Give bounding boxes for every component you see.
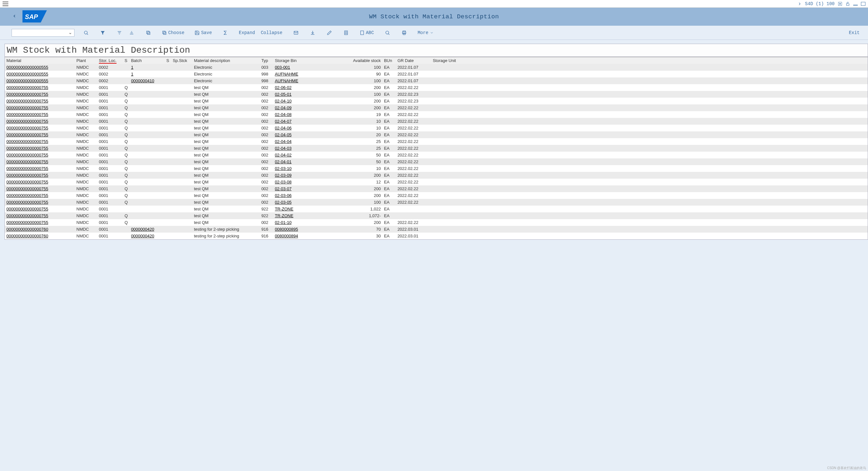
- table-row[interactable]: 000000000000000755NMDC0001Qtest QM00202-…: [5, 131, 868, 138]
- table-header-row[interactable]: Material Plant Stor. Loc. S Batch S Sp.S…: [5, 57, 868, 64]
- col-typ[interactable]: Typ: [260, 57, 273, 64]
- table-row[interactable]: 000000000000000755NMDC0001Qtest QM00202-…: [5, 98, 868, 105]
- material-link[interactable]: 000000000000000755: [6, 159, 48, 164]
- storage-bin-link[interactable]: 02-04-03: [275, 146, 291, 151]
- material-link[interactable]: 000000000000000755: [6, 126, 48, 130]
- table-row[interactable]: 000000000000000755NMDC0001Qtest QM00202-…: [5, 125, 868, 131]
- col-stor-loc[interactable]: Stor. Loc.: [97, 57, 123, 64]
- col-plant[interactable]: Plant: [75, 57, 97, 64]
- col-storage-unit[interactable]: Storage Unit: [431, 57, 868, 64]
- storage-bin-link[interactable]: 02-03-07: [275, 186, 291, 191]
- table-row[interactable]: 000000000000000755NMDC0001Qtest QM00202-…: [5, 185, 868, 192]
- download-button[interactable]: [308, 28, 318, 38]
- maximize-icon[interactable]: [861, 2, 865, 6]
- table-row[interactable]: 000000000000000755NMDC0001Qtest QM00202-…: [5, 111, 868, 118]
- storage-bin-link[interactable]: 0080000895: [275, 227, 298, 232]
- collapse-button[interactable]: Collapse: [259, 28, 284, 38]
- storage-bin-link[interactable]: 02-04-01: [275, 159, 291, 164]
- table-row[interactable]: 000000000000000760NMDC00010000000420test…: [5, 226, 868, 233]
- storage-bin-link[interactable]: TR-ZONE: [275, 213, 293, 218]
- col-sp-stck[interactable]: Sp.Stck: [171, 57, 192, 64]
- expand-button[interactable]: Expand: [237, 28, 257, 38]
- col-mat-desc[interactable]: Material description: [192, 57, 260, 64]
- col-avail[interactable]: Available stock: [334, 57, 382, 64]
- storage-bin-link[interactable]: 02-04-04: [275, 139, 291, 144]
- lock-open-icon[interactable]: [845, 2, 850, 6]
- col-batch[interactable]: Batch: [129, 57, 165, 64]
- storage-bin-link[interactable]: TR-ZONE: [275, 207, 293, 211]
- table-row[interactable]: 000000000000000755NMDC0001Qtest QM00202-…: [5, 172, 868, 179]
- col-bun[interactable]: BUn: [382, 57, 396, 64]
- mail-button[interactable]: [291, 28, 301, 38]
- table-row[interactable]: 000000000000000755NMDC0001Qtest QM922TR-…: [5, 212, 868, 219]
- sort-desc-button[interactable]: [126, 28, 137, 38]
- batch-link[interactable]: 0000000420: [131, 227, 154, 232]
- col-material[interactable]: Material: [5, 57, 75, 64]
- material-link[interactable]: 000000000000000755: [6, 173, 48, 178]
- calculator-button[interactable]: [341, 28, 351, 38]
- material-link[interactable]: 000000000000000760: [6, 234, 48, 238]
- edit-button[interactable]: [324, 28, 335, 38]
- material-link[interactable]: 000000000000000755: [6, 85, 48, 90]
- material-link[interactable]: 000000000000000755: [6, 213, 48, 218]
- material-link[interactable]: 000000000000000755: [6, 220, 48, 225]
- table-row[interactable]: 000000000000000755NMDC0001Qtest QM00202-…: [5, 145, 868, 152]
- sort-asc-button[interactable]: [114, 28, 125, 38]
- material-link[interactable]: 000000000000000755: [6, 99, 48, 104]
- batch-link[interactable]: 1: [131, 72, 133, 77]
- material-link[interactable]: 000000000000000555: [6, 79, 48, 83]
- storage-bin-link[interactable]: 02-03-08: [275, 180, 291, 184]
- storage-bin-link[interactable]: 02-03-09: [275, 173, 291, 178]
- material-link[interactable]: 000000000000000755: [6, 133, 48, 137]
- storage-bin-link[interactable]: 02-04-07: [275, 119, 291, 124]
- play-icon[interactable]: [838, 2, 842, 6]
- material-link[interactable]: 000000000000000755: [6, 166, 48, 171]
- storage-bin-link[interactable]: 02-05-01: [275, 92, 291, 97]
- material-link[interactable]: 000000000000000760: [6, 227, 48, 232]
- batch-link[interactable]: 0000000420: [131, 234, 154, 238]
- table-row[interactable]: 000000000000000755NMDC0001Qtest QM00202-…: [5, 158, 868, 165]
- table-row[interactable]: 000000000000000755NMDC0001Qtest QM00202-…: [5, 84, 868, 91]
- table-row[interactable]: 000000000000000555NMDC00021Electronic003…: [5, 64, 868, 71]
- storage-bin-link[interactable]: 02-01-10: [275, 220, 291, 225]
- batch-link[interactable]: 1: [131, 65, 133, 70]
- material-link[interactable]: 000000000000000755: [6, 193, 48, 198]
- material-link[interactable]: 000000000000000755: [6, 106, 48, 110]
- storage-bin-link[interactable]: 0080000894: [275, 234, 298, 238]
- material-link[interactable]: 000000000000000755: [6, 180, 48, 184]
- storage-bin-link[interactable]: 003-001: [275, 65, 290, 70]
- storage-bin-link[interactable]: 02-06-02: [275, 85, 291, 90]
- material-link[interactable]: 000000000000000755: [6, 119, 48, 124]
- col-storage-bin[interactable]: Storage Bin: [273, 57, 334, 64]
- table-row[interactable]: 000000000000000755NMDC0001Qtest QM00202-…: [5, 219, 868, 226]
- material-link[interactable]: 000000000000000755: [6, 139, 48, 144]
- material-link[interactable]: 000000000000000755: [6, 186, 48, 191]
- chevron-right-icon[interactable]: [797, 2, 802, 6]
- storage-bin-link[interactable]: 02-04-05: [275, 133, 291, 137]
- storage-bin-link[interactable]: AUFNAHME: [275, 72, 298, 77]
- storage-bin-link[interactable]: 02-04-09: [275, 106, 291, 110]
- table-row[interactable]: 000000000000000755NMDC0001Qtest QM00202-…: [5, 138, 868, 145]
- table-row[interactable]: 000000000000000755NMDC0001test QM922TR-Z…: [5, 206, 868, 212]
- details-button[interactable]: [81, 28, 91, 38]
- storage-bin-link[interactable]: 02-04-02: [275, 153, 291, 157]
- material-link[interactable]: 000000000000000555: [6, 65, 48, 70]
- table-row[interactable]: 000000000000000755NMDC0001Qtest QM00202-…: [5, 165, 868, 172]
- storage-bin-link[interactable]: 02-04-06: [275, 126, 291, 130]
- back-button[interactable]: [10, 13, 19, 21]
- batch-link[interactable]: 0000000410: [131, 79, 154, 83]
- sum-button[interactable]: [220, 28, 230, 38]
- storage-bin-link[interactable]: 02-03-05: [275, 200, 291, 205]
- storage-bin-link[interactable]: 02-04-08: [275, 112, 291, 117]
- menu-icon[interactable]: [3, 2, 8, 6]
- table-row[interactable]: 000000000000000555NMDC00021Electronic998…: [5, 71, 868, 78]
- material-link[interactable]: 000000000000000755: [6, 200, 48, 205]
- col-s2[interactable]: S: [165, 57, 171, 64]
- choose-button[interactable]: Choose: [160, 28, 186, 38]
- abc-button[interactable]: ABC: [358, 28, 376, 38]
- material-link[interactable]: 000000000000000755: [6, 153, 48, 157]
- storage-bin-link[interactable]: AUFNAHME: [275, 79, 298, 83]
- table-row[interactable]: 000000000000000755NMDC0001Qtest QM00202-…: [5, 179, 868, 185]
- table-row[interactable]: 000000000000000755NMDC0001Qtest QM00202-…: [5, 152, 868, 158]
- material-link[interactable]: 000000000000000755: [6, 146, 48, 151]
